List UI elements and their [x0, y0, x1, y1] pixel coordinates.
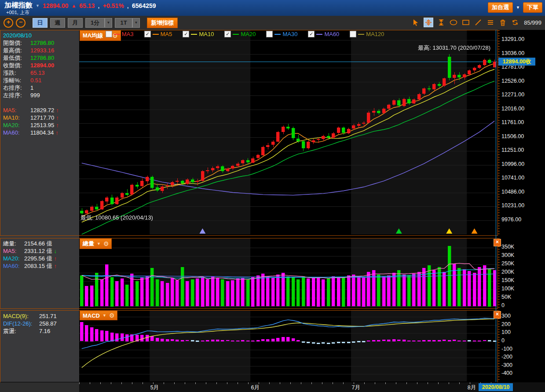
top-bar: 加權指數 ▼ 12894.00 ▲ 65.13 , +0.51% , 65642…	[0, 0, 545, 16]
period-tick-button[interactable]: 1T	[115, 18, 132, 28]
recycle-icon[interactable]	[511, 18, 519, 27]
info-label: MA20:	[3, 122, 30, 128]
add-indicator-button[interactable]: 新增指標	[147, 18, 178, 28]
info-label: 開盤價:	[3, 39, 30, 47]
volume-axis-label: 50K	[501, 294, 511, 300]
info-row: 漲跌:65.13	[3, 69, 59, 77]
line-icon[interactable]	[474, 18, 483, 27]
macd-panel-close-button[interactable]: ×	[494, 311, 501, 319]
info-label: MA10:	[3, 114, 30, 121]
watchlist-caret-icon[interactable]: ▼	[516, 5, 520, 10]
spacer	[3, 99, 59, 106]
ma-indicator-label: MA均線	[83, 32, 103, 40]
info-row: 開盤價:12786.80	[3, 39, 59, 47]
macd-plot[interactable]	[79, 311, 497, 381]
period-month-button[interactable]: 月	[68, 18, 83, 28]
legend-label: MA10	[199, 31, 214, 37]
symbol-dropdown-caret-icon[interactable]: ▼	[36, 4, 40, 8]
legend-item-ma5[interactable]: ✓MA5	[144, 31, 172, 37]
info-label: 總量:	[3, 240, 24, 248]
info-value: 2083.15 億	[24, 262, 52, 270]
volume-plot[interactable]	[79, 238, 497, 308]
macd-indicator-label: MACD	[83, 312, 100, 319]
volume-indicator-button[interactable]: 總量 ▼ ⚙	[80, 238, 112, 249]
legend-item-ma10[interactable]: ✓MA10	[183, 31, 214, 37]
volume-info-block: 總量:2154.66 億MA5:2331.12 億↓MA20:2295.56 億…	[3, 240, 57, 270]
period-week-button[interactable]: 週	[50, 18, 65, 28]
minute-dropdown-caret-icon[interactable]: ▼	[105, 18, 112, 28]
price-axis-label: 13036.00	[501, 50, 524, 56]
trend-arrow-icon: ↑	[56, 107, 59, 114]
time-axis-ticks	[79, 382, 497, 384]
price-axis-label: 11251.00	[501, 147, 524, 153]
crosshair-vertical-line	[496, 30, 496, 382]
checkbox-icon[interactable]	[106, 31, 112, 37]
gear-icon[interactable]: ⚙	[109, 312, 115, 319]
trend-arrow-icon: ↑	[56, 114, 59, 121]
checkbox-icon[interactable]: ✓	[308, 31, 315, 37]
info-value: 12933.16	[30, 47, 54, 54]
price-axis-label: 11506.00	[501, 133, 524, 139]
macd-indicator-button[interactable]: MACD ▼ ⚙	[80, 311, 117, 320]
info-date: 2020/08/10	[3, 32, 59, 39]
rectangle-icon[interactable]	[461, 18, 470, 27]
legend-label: MA3	[122, 31, 134, 37]
checkbox-icon[interactable]: ✓	[183, 31, 189, 37]
legend-item-ma20[interactable]: ✓MA20	[224, 31, 256, 37]
cursor-icon[interactable]	[411, 18, 420, 27]
checkbox-icon[interactable]	[350, 31, 356, 37]
macd-value-row: DIF(12-26):258.87	[3, 320, 57, 327]
legend-label: MA30	[282, 31, 297, 37]
caret-down-icon[interactable]: ▼	[102, 313, 106, 318]
order-button[interactable]: 下單	[523, 2, 542, 13]
checkbox-icon[interactable]: ✓	[224, 31, 231, 37]
crosshair-icon[interactable]	[424, 18, 433, 27]
legend-item-ma3[interactable]: MA3	[106, 31, 134, 37]
legend-swatch	[153, 34, 159, 35]
caret-down-icon[interactable]: ▼	[97, 242, 101, 246]
zoom-in-icon[interactable]: +	[4, 18, 13, 28]
macd-axis-label: -200	[501, 354, 512, 360]
info-value: 2154.66 億	[24, 240, 52, 248]
tick-dropdown-caret-icon[interactable]: ▼	[132, 18, 140, 28]
info-value: 258.87	[39, 320, 57, 327]
add-watchlist-button[interactable]: 加自選	[488, 2, 513, 13]
info-row: 收盤價:12894.00	[3, 62, 59, 69]
time-axis-month-label: 6月	[251, 384, 260, 392]
volume-value-row: MA60:2083.15 億↑	[3, 262, 57, 270]
macd-axis-ruler	[497, 311, 500, 381]
symbol-subtitle: +001, 上市	[6, 9, 29, 16]
checkbox-icon[interactable]	[266, 31, 273, 37]
volume-axis-label: 0	[501, 302, 505, 308]
info-label: DIF(12-26):	[3, 320, 39, 327]
lines-icon[interactable]	[486, 18, 495, 27]
text-height-icon[interactable]	[437, 18, 446, 27]
macd-axis-label: -100	[501, 346, 512, 352]
zoom-out-icon[interactable]: −	[16, 18, 26, 28]
trend-arrow-icon: ↑	[54, 263, 57, 269]
macd-panel	[0, 310, 498, 383]
period-day-button[interactable]: 日	[33, 18, 48, 28]
checkbox-icon[interactable]: ✓	[144, 31, 151, 37]
info-label: MA5:	[3, 107, 30, 114]
info-label: 收盤價:	[3, 62, 30, 70]
legend-item-ma60[interactable]: ✓MA60	[308, 31, 339, 37]
price-change: 65.13	[79, 2, 95, 9]
legend-label: MA5	[161, 31, 172, 37]
legend-item-ma120[interactable]: MA120	[350, 31, 384, 37]
trash-icon[interactable]	[498, 18, 507, 27]
ellipse-icon[interactable]	[449, 18, 458, 27]
candlestick-plot[interactable]	[79, 30, 497, 234]
up-triangle-icon: ▲	[71, 3, 76, 8]
symbol-title: 加權指數	[4, 1, 33, 10]
period-minute-button[interactable]: 1分	[85, 18, 105, 28]
gear-icon[interactable]: ⚙	[103, 240, 109, 247]
volume-panel-close-button[interactable]: ×	[494, 239, 501, 246]
separator: ,	[127, 2, 129, 10]
volume-indicator-label: 總量	[83, 240, 94, 248]
low-annotation: 最低: 10080.65 (2020/04/13)	[80, 214, 153, 222]
legend-swatch	[316, 34, 322, 35]
info-label: 最高價:	[3, 47, 30, 55]
legend-item-ma30[interactable]: MA30	[266, 31, 297, 37]
info-value: 1	[30, 84, 33, 91]
